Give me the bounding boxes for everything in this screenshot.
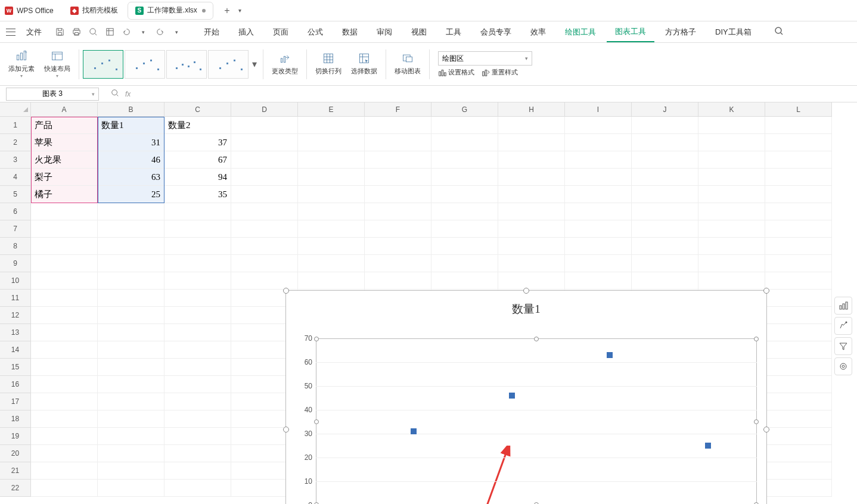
cell[interactable]	[698, 151, 765, 169]
cell[interactable]	[31, 480, 98, 497]
menu-formula[interactable]: 公式	[299, 21, 331, 42]
data-marker[interactable]	[607, 352, 613, 358]
col-header[interactable]: F	[365, 102, 431, 117]
chart-elements-icon[interactable]	[834, 297, 852, 315]
cell[interactable]	[231, 151, 298, 169]
chart-settings-icon[interactable]	[834, 357, 852, 375]
cell[interactable]	[498, 255, 565, 272]
cell[interactable]	[765, 359, 832, 376]
row-header[interactable]: 18	[0, 410, 31, 428]
cell[interactable]	[498, 151, 565, 169]
cell[interactable]	[231, 169, 298, 186]
cell-C3[interactable]: 67	[164, 151, 231, 169]
cell[interactable]	[698, 117, 765, 134]
cell[interactable]	[164, 220, 231, 238]
cell[interactable]	[164, 462, 231, 480]
col-header[interactable]: E	[298, 102, 365, 117]
add-tab-button[interactable]: +	[218, 5, 236, 16]
menu-review[interactable]: 审阅	[368, 21, 400, 42]
cell[interactable]	[298, 186, 365, 203]
row-header[interactable]: 16	[0, 376, 31, 393]
col-header[interactable]: L	[765, 102, 832, 117]
cell[interactable]	[365, 186, 431, 203]
print-icon[interactable]	[72, 27, 81, 37]
cell[interactable]	[765, 341, 832, 359]
cell[interactable]	[565, 117, 632, 134]
save-icon[interactable]	[55, 27, 64, 37]
cell[interactable]	[765, 272, 832, 290]
cell[interactable]	[98, 238, 164, 255]
row-header[interactable]: 5	[0, 186, 31, 203]
cell[interactable]	[565, 272, 632, 290]
cell[interactable]	[565, 151, 632, 169]
cell[interactable]	[98, 203, 164, 220]
cell[interactable]	[765, 169, 832, 186]
resize-handle[interactable]	[763, 288, 769, 294]
cell-A3[interactable]: 火龙果	[31, 151, 98, 169]
row-header[interactable]: 13	[0, 324, 31, 341]
row-header[interactable]: 7	[0, 220, 31, 238]
cell[interactable]	[498, 203, 565, 220]
cell[interactable]	[632, 151, 698, 169]
menu-insert[interactable]: 插入	[230, 21, 262, 42]
cell[interactable]	[98, 393, 164, 410]
menu-search-icon[interactable]	[774, 26, 784, 38]
cell[interactable]	[498, 272, 565, 290]
cell[interactable]	[632, 203, 698, 220]
cell[interactable]	[164, 255, 231, 272]
cell[interactable]	[565, 203, 632, 220]
plot-handle[interactable]	[534, 337, 539, 341]
tab-wps-app[interactable]: W WPS Office	[1, 2, 61, 20]
redo-icon[interactable]	[155, 27, 164, 37]
col-header[interactable]: D	[231, 102, 298, 117]
cell[interactable]	[565, 169, 632, 186]
cell[interactable]	[632, 220, 698, 238]
cell[interactable]	[365, 255, 431, 272]
cell[interactable]	[698, 238, 765, 255]
cell[interactable]	[498, 134, 565, 151]
cell[interactable]	[632, 134, 698, 151]
chart-style-2[interactable]	[125, 50, 165, 79]
cell[interactable]	[765, 186, 832, 203]
cell[interactable]	[565, 220, 632, 238]
col-header[interactable]: B	[98, 102, 164, 117]
cell[interactable]	[298, 169, 365, 186]
select-all-corner[interactable]	[0, 102, 31, 117]
row-header[interactable]: 11	[0, 290, 31, 307]
cell[interactable]	[765, 307, 832, 324]
cell[interactable]	[31, 428, 98, 445]
tab-document[interactable]: S 工作簿数量.xlsx	[128, 2, 213, 20]
cell[interactable]	[765, 393, 832, 410]
move-chart-button[interactable]: 移动图表	[390, 46, 426, 82]
cell[interactable]	[31, 393, 98, 410]
cell[interactable]	[98, 410, 164, 428]
row-header[interactable]: 21	[0, 462, 31, 480]
menu-draw-tools[interactable]: 绘图工具	[557, 21, 604, 42]
plot-handle[interactable]	[754, 337, 759, 341]
cell[interactable]	[698, 272, 765, 290]
cell[interactable]	[632, 238, 698, 255]
cell[interactable]	[98, 359, 164, 376]
cell[interactable]	[298, 203, 365, 220]
cell[interactable]	[231, 238, 298, 255]
cell-C4[interactable]: 94	[164, 169, 231, 186]
cell[interactable]	[498, 220, 565, 238]
chart-style-3[interactable]	[166, 50, 207, 79]
cell[interactable]	[431, 220, 498, 238]
cell-B5[interactable]: 25	[98, 186, 164, 203]
undo-icon[interactable]	[122, 27, 131, 37]
cell[interactable]	[431, 169, 498, 186]
cell[interactable]	[765, 290, 832, 307]
cell-C5[interactable]: 35	[164, 186, 231, 203]
cell[interactable]	[98, 290, 164, 307]
formula-input[interactable]	[131, 88, 857, 101]
cell[interactable]	[765, 117, 832, 134]
cell[interactable]	[164, 238, 231, 255]
cell[interactable]	[431, 203, 498, 220]
menu-vip[interactable]: 会员专享	[472, 21, 520, 42]
cell[interactable]	[431, 117, 498, 134]
cell[interactable]	[231, 220, 298, 238]
cell[interactable]	[164, 445, 231, 462]
row-header[interactable]: 2	[0, 134, 31, 151]
row-header[interactable]: 6	[0, 203, 31, 220]
